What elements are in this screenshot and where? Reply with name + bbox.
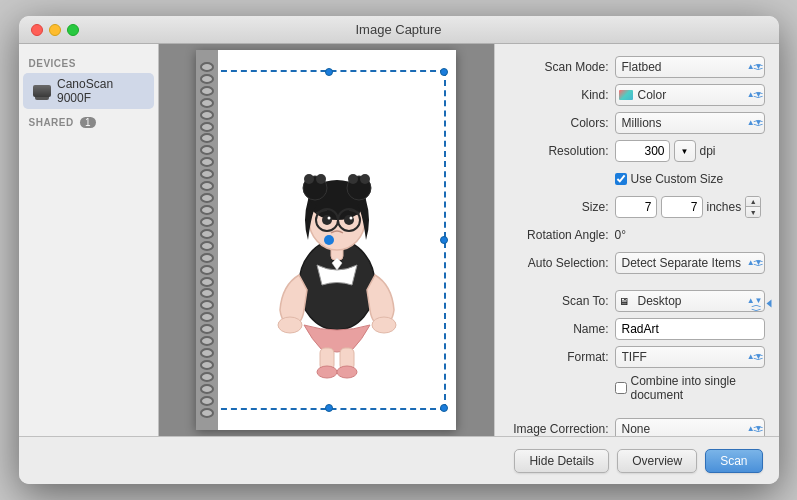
main-content: DEVICES CanoScan 9000F SHARED 1	[19, 44, 779, 436]
spiral-ring	[200, 300, 214, 310]
format-row: Format: TIFF ▲▼	[509, 346, 765, 368]
scan-mode-label: Scan Mode:	[509, 60, 609, 74]
spiral-ring	[200, 193, 214, 203]
spiral-ring	[200, 408, 214, 418]
image-correction-select[interactable]: None	[615, 418, 765, 436]
rotation-label: Rotation Angle:	[509, 228, 609, 242]
shared-label: SHARED	[29, 117, 74, 128]
svg-point-17	[328, 217, 331, 220]
spiral-ring	[200, 205, 214, 215]
scan-mode-row: Scan Mode: Flatbed ▲▼	[509, 56, 765, 78]
format-label: Format:	[509, 350, 609, 364]
titlebar: Image Capture	[19, 16, 779, 44]
svg-point-16	[344, 215, 354, 225]
colors-label: Colors:	[509, 116, 609, 130]
spiral-ring	[200, 62, 214, 72]
spiral-ring	[200, 384, 214, 394]
spiral-ring	[200, 336, 214, 346]
scan-mode-select-wrapper: Flatbed ▲▼	[615, 56, 765, 78]
custom-size-row: Use Custom Size	[509, 168, 765, 190]
size-height-input[interactable]	[661, 196, 703, 218]
shared-badge: 1	[80, 117, 96, 128]
minimize-button[interactable]	[49, 24, 61, 36]
colors-row: Colors: Millions ▲▼	[509, 112, 765, 134]
window-controls	[31, 24, 79, 36]
rotation-value: 0°	[615, 228, 626, 242]
spiral-ring	[200, 241, 214, 251]
svg-point-15	[322, 215, 332, 225]
spiral-ring	[200, 288, 214, 298]
spiral-ring	[200, 312, 214, 322]
kind-row: Kind: Color ▲▼	[509, 84, 765, 106]
spiral-ring	[200, 396, 214, 406]
name-input[interactable]	[615, 318, 765, 340]
spiral-ring	[200, 253, 214, 263]
scan-button[interactable]: Scan	[705, 449, 762, 473]
devices-section-label: DEVICES	[19, 54, 158, 73]
format-select-wrapper: TIFF ▲▼	[615, 346, 765, 368]
size-label: Size:	[509, 200, 609, 214]
combine-label: Combine into single document	[631, 374, 765, 402]
auto-selection-select[interactable]: Detect Separate Items	[615, 252, 765, 274]
svg-point-7	[316, 174, 326, 184]
spiral-ring	[200, 98, 214, 108]
size-control: inches ▲ ▼	[615, 196, 762, 218]
hide-details-button[interactable]: Hide Details	[514, 449, 609, 473]
overview-button[interactable]: Overview	[617, 449, 697, 473]
auto-selection-wrapper: Detect Separate Items ▲▼	[615, 252, 765, 274]
character-drawing	[252, 100, 422, 380]
kind-label: Kind:	[509, 88, 609, 102]
maximize-button[interactable]	[67, 24, 79, 36]
auto-selection-label: Auto Selection:	[509, 256, 609, 270]
spiral-ring	[200, 348, 214, 358]
preview-area	[159, 44, 494, 436]
spiral-ring	[200, 169, 214, 179]
svg-point-19	[278, 317, 302, 333]
resolution-control: ▼ dpi	[615, 140, 716, 162]
resolution-row: Resolution: ▼ dpi	[509, 140, 765, 162]
custom-size-checkbox-row: Use Custom Size	[615, 172, 724, 186]
auto-selection-row: Auto Selection: Detect Separate Items ▲▼	[509, 252, 765, 274]
format-select[interactable]: TIFF	[615, 346, 765, 368]
close-button[interactable]	[31, 24, 43, 36]
resolution-input[interactable]	[615, 140, 670, 162]
scan-mode-select[interactable]: Flatbed	[615, 56, 765, 78]
resolution-label: Resolution:	[509, 144, 609, 158]
spiral-ring	[200, 145, 214, 155]
scanner-preview	[196, 50, 456, 430]
stepper-down[interactable]: ▼	[746, 207, 760, 217]
rotation-row: Rotation Angle: 0°	[509, 224, 765, 246]
spiral-ring	[200, 133, 214, 143]
size-stepper[interactable]: ▲ ▼	[745, 196, 761, 218]
shared-section: SHARED 1	[19, 109, 158, 132]
scan-to-row: Scan To: Desktop ▲▼	[509, 290, 765, 312]
colors-select[interactable]: Millions	[615, 112, 765, 134]
size-width-input[interactable]	[615, 196, 657, 218]
spiral-ring	[200, 122, 214, 132]
combine-row: Combine into single document	[509, 374, 765, 402]
svg-point-18	[350, 217, 353, 220]
image-correction-wrapper: None ▲▼	[615, 418, 765, 436]
dpi-label: dpi	[700, 144, 716, 158]
device-name-label: CanoScan 9000F	[57, 77, 143, 105]
custom-size-label: Use Custom Size	[631, 172, 724, 186]
spiral-ring	[200, 74, 214, 84]
stepper-up[interactable]: ▲	[746, 197, 760, 207]
spiral-ring	[200, 86, 214, 96]
scan-to-select[interactable]: Desktop	[615, 290, 765, 312]
kind-select[interactable]: Color	[615, 84, 765, 106]
svg-point-23	[317, 366, 337, 378]
scanner-icon	[33, 83, 52, 99]
combine-checkbox[interactable]	[615, 382, 627, 394]
sidebar-item-canoscan[interactable]: CanoScan 9000F	[23, 73, 154, 109]
name-row: Name:	[509, 318, 765, 340]
svg-point-20	[372, 317, 396, 333]
main-window: Image Capture DEVICES CanoScan 9000F SHA…	[19, 16, 779, 484]
spiral-ring	[200, 157, 214, 167]
custom-size-checkbox[interactable]	[615, 173, 627, 185]
spiral-ring	[200, 217, 214, 227]
bottom-bar: Hide Details Overview Scan	[19, 436, 779, 484]
spiral-ring	[200, 229, 214, 239]
spiral-ring	[200, 110, 214, 120]
resolution-dropdown[interactable]: ▼	[674, 140, 696, 162]
